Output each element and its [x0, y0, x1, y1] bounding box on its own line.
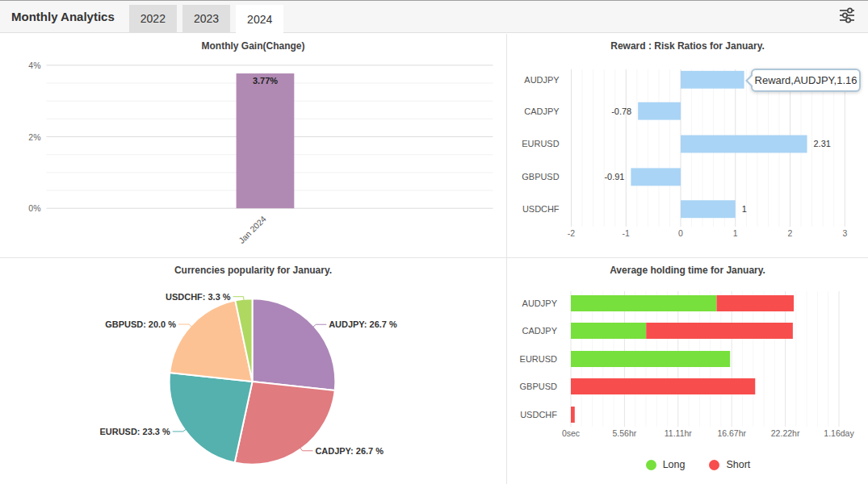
pie-label-CADJPY: CADJPY: 26.7 %	[315, 446, 384, 456]
x-tick-label: 11.11hr	[665, 428, 693, 438]
category-label: USDCHF	[520, 410, 557, 419]
x-tick-label: 16.67hr	[717, 428, 746, 438]
page-title: Monthly Analytics	[11, 10, 115, 23]
pie-label-USDCHF: USDCHF: 3.3 %	[166, 292, 231, 302]
bar-value-label: 1	[742, 204, 747, 214]
chart-title: Average holding time for January.	[507, 265, 868, 276]
year-tabs: 202220232024	[129, 5, 283, 32]
analytics-dashboard: Monthly Analytics 202220232024 Monthly G…	[0, 0, 868, 484]
legend-label: Long	[663, 459, 686, 470]
category-label: USDCHF	[522, 204, 560, 214]
x-tick-label: 1.16day	[824, 428, 854, 438]
tab-2024[interactable]: 2024	[236, 5, 283, 33]
bar-AUDJPY[interactable]	[681, 71, 744, 89]
settings-button[interactable]	[836, 4, 858, 29]
bar-EURUSD[interactable]	[681, 136, 807, 153]
bar-value-label: 2.31	[814, 139, 831, 148]
y-tick-label: 2%	[28, 133, 40, 142]
bar-value-label: -0.91	[604, 172, 624, 182]
currency-popularity-panel: Currencies popularity for January. AUDJP…	[0, 258, 507, 484]
pie-label-AUDJPY: AUDJPY: 26.7 %	[329, 319, 397, 329]
x-tick-label: Jan 2024	[237, 215, 268, 245]
bar-long-AUDJPY[interactable]	[571, 295, 716, 311]
chart-title: Currencies popularity for January.	[0, 265, 506, 276]
holding-time-panel: Average holding time for January. 0sec5.…	[507, 258, 868, 484]
bar-Jan-2024[interactable]	[237, 73, 295, 208]
monthly-gain-panel: Monthly Gain(Change) 0%2%4%3.77%Jan 2024	[0, 34, 507, 258]
pie-label-GBPUSD: GBPUSD: 20.0 %	[105, 319, 176, 329]
bar-short-AUDJPY[interactable]	[716, 295, 794, 311]
x-tick-label: 2	[788, 229, 793, 238]
chart-legend: LongShort	[507, 459, 868, 470]
x-tick-label: 5.56hr	[613, 428, 637, 438]
monthly-gain-chart[interactable]: 0%2%4%3.77%Jan 2024	[0, 34, 506, 257]
legend-dot-short	[709, 460, 719, 470]
bar-short-GBPUSD[interactable]	[571, 378, 755, 394]
tab-2022[interactable]: 2022	[129, 5, 177, 32]
chart-title: Monthly Gain(Change)	[0, 40, 506, 52]
tab-2023[interactable]: 2023	[182, 5, 230, 32]
x-tick-label: 22.22hr	[771, 428, 800, 438]
holding-time-chart[interactable]: 0sec5.56hr11.11hr16.67hr22.22hr1.16dayAU…	[507, 258, 868, 484]
pie-slice-AUDJPY[interactable]	[253, 298, 336, 390]
bar-USDCHF[interactable]	[681, 200, 736, 218]
sliders-icon	[837, 6, 857, 25]
currency-popularity-pie-chart[interactable]: AUDJPY: 26.7 %CADJPY: 26.7 %EURUSD: 23.3…	[0, 258, 506, 484]
x-tick-label: 1	[733, 229, 738, 238]
chart-title: Reward : Risk Ratios for January.	[507, 40, 868, 52]
bar-value-label: -0.78	[611, 106, 631, 116]
bar-short-USDCHF[interactable]	[571, 407, 575, 423]
bar-long-CADJPY[interactable]	[571, 323, 646, 339]
category-label: GBPUSD	[522, 172, 559, 182]
x-tick-label: 0sec	[562, 428, 580, 438]
bar-long-EURUSD[interactable]	[571, 351, 730, 367]
category-label: AUDJPY	[524, 75, 560, 85]
category-label: EURUSD	[522, 139, 559, 148]
chart-tooltip: Reward,AUDJPY,1.16	[751, 69, 861, 92]
reward-risk-panel: Reward : Risk Ratios for January. -2-101…	[507, 34, 868, 258]
category-label: GBPUSD	[520, 382, 558, 391]
legend-label: Short	[726, 459, 750, 470]
category-label: AUDJPY	[522, 298, 558, 308]
legend-item-long[interactable]: Long	[646, 459, 686, 470]
x-tick-label: 0	[678, 229, 683, 238]
legend-item-short[interactable]: Short	[709, 459, 750, 470]
bar-GBPUSD[interactable]	[631, 168, 681, 186]
x-tick-label: -1	[623, 229, 630, 238]
bar-short-CADJPY[interactable]	[646, 323, 793, 339]
legend-dot-long	[646, 460, 656, 470]
y-tick-label: 0%	[28, 204, 40, 213]
x-tick-label: -2	[568, 229, 575, 238]
bar-value-label: 3.77%	[253, 76, 278, 86]
category-label: EURUSD	[520, 354, 558, 364]
category-label: CADJPY	[524, 106, 560, 116]
reward-risk-chart[interactable]: -2-10123AUDJPYCADJPY-0.78EURUSD2.31GBPUS…	[507, 34, 868, 257]
bar-CADJPY[interactable]	[638, 102, 681, 120]
y-tick-label: 4%	[28, 61, 40, 70]
pie-label-EURUSD: EURUSD: 23.3 %	[100, 427, 170, 436]
x-tick-label: 3	[842, 229, 847, 238]
header-bar: Monthly Analytics 202220232024	[0, 1, 868, 33]
category-label: CADJPY	[522, 326, 558, 336]
